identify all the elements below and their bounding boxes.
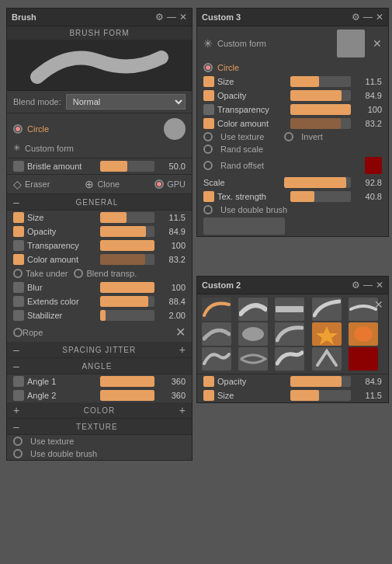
spacing-plus-icon[interactable]: + [179,343,186,356]
custom2-minimize-icon[interactable]: — [363,280,373,291]
custom3-opacity-slider[interactable] [290,90,351,101]
extends-color-slider[interactable] [100,296,154,307]
minimize-icon[interactable]: — [167,12,176,23]
custom3-rand-offset-row: Rand offset [197,155,388,176]
custom2-size-row: Size 11.5 [197,388,388,402]
custom3-scale-label: Scale [203,178,281,187]
brush-grid [197,294,388,374]
spacing-collapse-icon[interactable]: – [13,343,19,356]
angle-collapse-icon[interactable]: – [13,360,19,372]
circle-radio[interactable] [13,124,23,134]
gpu-radio[interactable] [154,179,164,189]
take-under-radio[interactable] [13,269,23,278]
brush-thumb-3[interactable] [275,298,304,321]
custom3-double-brush-row: Use double brush [197,204,388,216]
custom3-size-label: Size [217,77,287,86]
transparency-slider[interactable] [100,240,154,251]
custom3-circle-row: Circle [197,61,388,75]
brush-thumb-1[interactable] [202,298,231,321]
color-amount-row: Color amount 83.2 [7,252,192,266]
brush-panel-controls: ⚙ — ✕ [155,12,187,23]
brush-thumb-7[interactable] [238,322,268,346]
brush-thumb-2[interactable] [238,298,268,321]
custom3-opacity-value: 84.9 [354,91,382,100]
angle2-slider[interactable] [100,390,154,401]
close-icon[interactable]: ✕ [179,12,187,23]
size-slider[interactable] [100,212,154,223]
texture-collapse-icon[interactable]: – [13,420,19,433]
custom3-use-texture-row: Use texture Invert [197,131,388,143]
brush-thumb-14[interactable] [312,347,342,371]
custom2-size-slider[interactable] [290,390,351,401]
custom3-double-brush-radio[interactable] [203,205,213,214]
custom3-use-texture-radio[interactable] [203,132,213,141]
custom2-panel-title: Custom 2 [202,280,241,290]
brush-thumb-10[interactable] [349,322,378,346]
blur-icon [13,282,24,293]
custom3-rand-scale-label: Rand scale [220,144,263,154]
custom3-rand-offset-radio[interactable] [203,161,213,170]
brush-thumb-4[interactable] [312,298,342,321]
take-under-item: Take under [13,269,68,278]
custom-form-label: Custom form [25,144,74,153]
custom3-transparency-slider[interactable] [290,104,351,115]
custom3-snowflake-icon: ✳ [203,37,213,50]
custom3-x-icon[interactable]: ✕ [373,37,382,50]
general-collapse-icon[interactable]: – [13,196,19,208]
custom2-close-icon[interactable]: ✕ [376,280,383,291]
opacity-slider[interactable] [100,226,154,237]
color-amount-icon [13,254,24,265]
custom3-gear-icon[interactable]: ⚙ [352,12,360,23]
blend-transp-radio[interactable] [74,269,83,278]
rope-radio[interactable] [13,328,23,337]
clone-icon: ⊕ [85,178,94,190]
color-amount-slider[interactable] [100,254,154,265]
custom3-scale-slider[interactable] [284,177,351,188]
custom2-opacity-icon [203,376,214,387]
bristle-slider[interactable] [100,161,154,172]
custom3-panel-header: Custom 3 ⚙ — ✕ [197,9,388,26]
blur-label: Blur [27,283,97,292]
transparency-icon [13,240,24,251]
custom3-close-icon[interactable]: ✕ [376,12,383,23]
stabilizer-row: Stabilizer 2.00 [7,308,192,322]
angle1-slider[interactable] [100,376,154,387]
custom2-x-icon[interactable]: ✕ [374,298,383,311]
color-amount-value: 83.2 [158,255,186,264]
extends-color-row: Extends color 88.4 [7,294,192,308]
color-plus-icon[interactable]: + [179,404,186,416]
custom2-panel: Custom 2 ⚙ — ✕ ✕ [196,276,389,403]
opacity-label: Opacity [27,227,97,236]
brush-thumb-13[interactable] [275,347,304,371]
blur-slider[interactable] [100,282,154,293]
stabilizer-slider[interactable] [100,310,154,321]
brush-thumb-6[interactable] [202,322,231,346]
color-section-header: + COLOR + [7,402,192,419]
brush-thumb-9[interactable] [312,322,342,346]
custom3-custom-form-label: Custom form [217,39,266,48]
brush-thumb-8[interactable] [275,322,304,346]
custom3-invert-radio[interactable] [284,132,293,141]
color-collapse-icon[interactable]: + [13,404,19,416]
brush-thumb-15[interactable] [349,347,378,371]
eraser-item: ◇ Eraser [13,178,50,190]
use-texture-radio[interactable] [13,437,23,446]
form-options: Circle ✳ Custom form [7,113,192,158]
rope-label: Rope [23,328,43,337]
custom3-minimize-icon[interactable]: — [363,12,373,23]
use-double-brush-radio[interactable] [13,449,23,458]
transparency-label: Transparency [27,241,97,250]
custom3-tex-strength-slider[interactable] [290,191,351,202]
custom2-gear-icon[interactable]: ⚙ [352,280,360,291]
brush-thumb-11[interactable] [202,347,231,371]
rope-settings-icon[interactable]: ✕ [175,325,186,339]
gear-icon[interactable]: ⚙ [155,12,164,23]
custom3-color-amount-slider[interactable] [290,118,351,129]
brush-thumb-12[interactable] [238,347,268,371]
custom3-size-slider[interactable] [290,76,351,87]
custom3-circle-radio[interactable] [203,63,213,72]
custom2-opacity-slider[interactable] [290,376,351,387]
blend-mode-select[interactable]: Normal [66,94,186,110]
custom3-rand-scale-radio[interactable] [203,144,213,154]
custom2-panel-header: Custom 2 ⚙ — ✕ [197,277,388,294]
